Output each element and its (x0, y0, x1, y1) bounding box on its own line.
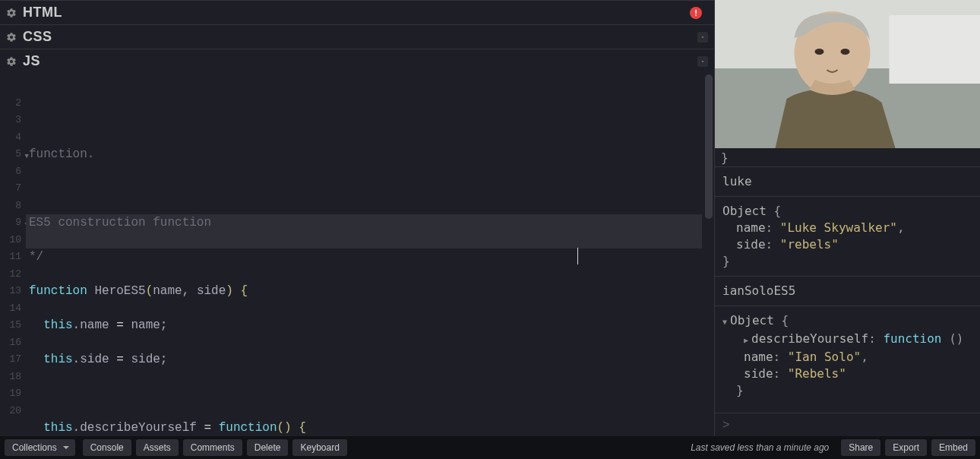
gear-icon[interactable] (6, 56, 17, 67)
js-panel-header[interactable]: JS (0, 49, 714, 73)
output-pane: } luke Object { name: "Luke Skywalker", … (714, 0, 980, 436)
footer-bar: Collections Console Assets Comments Dele… (0, 436, 980, 459)
chevron-down-icon[interactable] (697, 32, 708, 43)
js-panel-title: JS (23, 53, 697, 69)
css-panel: CSS (0, 24, 714, 49)
collections-dropdown[interactable]: Collections (5, 439, 75, 456)
delete-button[interactable]: Delete (247, 439, 289, 456)
comments-button[interactable]: Comments (183, 439, 242, 456)
export-button[interactable]: Export (885, 439, 927, 456)
html-panel: HTML ! (0, 0, 714, 24)
gear-icon[interactable] (6, 32, 17, 43)
keyboard-button[interactable]: Keyboard (292, 439, 346, 456)
css-panel-title: CSS (23, 29, 697, 45)
gear-icon[interactable] (6, 8, 17, 18)
console-button[interactable]: Console (83, 439, 131, 456)
console-entry-luke: luke (715, 167, 980, 196)
code-text[interactable]: function. ES5 construction function */ f… (26, 73, 714, 436)
html-panel-title: HTML (23, 5, 690, 21)
css-panel-header[interactable]: CSS (0, 25, 714, 49)
code-editor[interactable]: 2 3 4 5▼ 6 7 8 9▼ 10 11 12 13 14 15 16 1… (0, 73, 714, 436)
assets-button[interactable]: Assets (136, 439, 179, 456)
js-panel: JS 2 3 4 5▼ 6 7 8 9▼ 10 11 12 13 (0, 49, 714, 436)
html-panel-header[interactable]: HTML ! (0, 1, 714, 24)
console-object-luke[interactable]: Object { name: "Luke Skywalker", side: "… (715, 197, 980, 276)
expand-toggle-icon[interactable]: ▶ (744, 336, 748, 344)
console-output[interactable]: } luke Object { name: "Luke Skywalker", … (715, 148, 980, 413)
expand-toggle-icon[interactable]: ▼ (722, 318, 727, 326)
svg-point-4 (815, 49, 824, 55)
webcam-overlay (715, 0, 980, 148)
embed-button[interactable]: Embed (931, 439, 975, 456)
line-gutter: 2 3 4 5▼ 6 7 8 9▼ 10 11 12 13 14 15 16 1… (0, 73, 26, 436)
save-status: Last saved less than a minute ago (691, 442, 829, 453)
console-prompt[interactable]: > (715, 413, 980, 436)
chevron-down-icon[interactable] (697, 56, 708, 67)
console-entry-ian: ianSoloES5 (715, 277, 980, 305)
svg-rect-2 (890, 15, 981, 84)
svg-point-5 (841, 49, 850, 55)
console-object-ian[interactable]: ▼Object { ▶describeYourself: function ()… (715, 306, 980, 405)
share-button[interactable]: Share (841, 439, 880, 456)
error-badge[interactable]: ! (690, 7, 702, 19)
